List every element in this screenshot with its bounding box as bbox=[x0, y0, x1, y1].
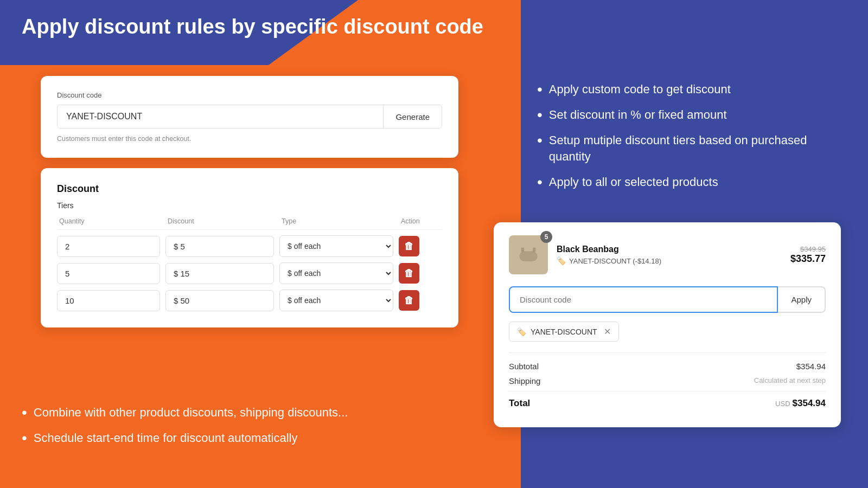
trash-icon: 🗑 bbox=[404, 268, 414, 278]
bullet-item: Combine with other product discounts, sh… bbox=[22, 404, 429, 421]
bullet-item: Schedule start-end time for discount aut… bbox=[22, 430, 429, 447]
tiers-card: Discount Tiers Quantity Discount Type Ac… bbox=[41, 168, 458, 328]
bullet-item: Setup mutiple discount tiers based on pu… bbox=[537, 132, 841, 166]
tier-delete-button-1[interactable]: 🗑 bbox=[399, 236, 419, 256]
bullet-item: Set discount in % or fixed amount bbox=[537, 107, 841, 124]
tier-quantity-2[interactable] bbox=[57, 263, 160, 284]
checkout-card: 5 Black Beanbag 🏷️ YANET-DISCOUNT (-$14.… bbox=[494, 222, 841, 427]
product-info: Black Beanbag 🏷️ YANET-DISCOUNT (-$14.18… bbox=[557, 245, 782, 265]
svg-rect-1 bbox=[521, 248, 524, 252]
trash-icon: 🗑 bbox=[404, 296, 414, 305]
col-action: Action bbox=[401, 217, 444, 225]
product-prices: $349.95 $335.77 bbox=[790, 245, 826, 265]
bullet-item: Apply custom code to get discount bbox=[537, 81, 841, 98]
shipping-row: Shipping Calculated at next step bbox=[509, 376, 826, 386]
total-value: $354.94 bbox=[793, 398, 826, 408]
shipping-label: Shipping bbox=[509, 376, 540, 386]
discount-code-input-row: Generate bbox=[57, 105, 442, 129]
tier-type-select-1[interactable]: $ off each % off each bbox=[279, 235, 393, 257]
tier-discount-1[interactable] bbox=[165, 236, 274, 257]
total-label: Total bbox=[509, 398, 530, 409]
product-row: 5 Black Beanbag 🏷️ YANET-DISCOUNT (-$14.… bbox=[509, 235, 826, 274]
product-name: Black Beanbag bbox=[557, 245, 782, 254]
product-discount-tag: 🏷️ YANET-DISCOUNT (-$14.18) bbox=[557, 256, 782, 265]
discount-code-input[interactable] bbox=[58, 105, 383, 128]
svg-rect-2 bbox=[533, 248, 535, 252]
tiers-label: Tiers bbox=[57, 201, 442, 210]
total-amount-container: USD$354.94 bbox=[775, 398, 826, 409]
trash-icon: 🗑 bbox=[404, 241, 414, 251]
checkout-input-row: Apply bbox=[509, 286, 826, 313]
col-type: Type bbox=[282, 217, 395, 225]
coupon-badge: 🏷️ YANET-DISCOUNT ✕ bbox=[509, 322, 619, 342]
coupon-code-text: YANET-DISCOUNT bbox=[531, 328, 597, 336]
discount-code-card: Discount code Generate Customers must en… bbox=[41, 76, 458, 158]
tag-icon: 🏷️ bbox=[557, 256, 566, 265]
order-summary: Subtotal $354.94 Shipping Calculated at … bbox=[509, 352, 826, 409]
generate-button[interactable]: Generate bbox=[383, 105, 442, 128]
tier-delete-button-3[interactable]: 🗑 bbox=[399, 290, 419, 311]
svg-rect-0 bbox=[519, 251, 537, 261]
bullet-item: Apply to all or selected products bbox=[537, 174, 841, 191]
subtotal-row: Subtotal $354.94 bbox=[509, 362, 826, 371]
tier-discount-3[interactable] bbox=[165, 290, 274, 311]
coupon-remove-button[interactable]: ✕ bbox=[604, 326, 611, 337]
product-image-container: 5 bbox=[509, 235, 548, 274]
bottom-bullets: Combine with other product discounts, sh… bbox=[22, 404, 429, 455]
discount-heading: Discount bbox=[57, 183, 442, 195]
checkout-discount-input[interactable] bbox=[509, 286, 778, 313]
tiers-header: Quantity Discount Type Action bbox=[57, 217, 442, 230]
discount-code-label: Discount code bbox=[57, 91, 442, 99]
coupon-tag-icon: 🏷️ bbox=[517, 328, 526, 336]
tier-quantity-3[interactable] bbox=[57, 290, 160, 311]
tier-row: $ off each % off each 🗑 bbox=[57, 262, 442, 284]
apply-button[interactable]: Apply bbox=[778, 286, 826, 313]
tier-discount-2[interactable] bbox=[165, 263, 274, 284]
discount-code-hint: Customers must enter this code at checko… bbox=[57, 135, 442, 143]
tier-row: $ off each % off each 🗑 bbox=[57, 235, 442, 257]
tier-delete-button-2[interactable]: 🗑 bbox=[399, 263, 419, 284]
subtotal-label: Subtotal bbox=[509, 362, 539, 371]
col-quantity: Quantity bbox=[59, 217, 162, 225]
total-row: Total USD$354.94 bbox=[509, 391, 826, 409]
col-discount: Discount bbox=[168, 217, 276, 225]
total-currency: USD bbox=[775, 400, 790, 408]
tier-type-select-2[interactable]: $ off each % off each bbox=[279, 262, 393, 284]
product-discount-code: YANET-DISCOUNT (-$14.18) bbox=[569, 257, 661, 265]
tier-type-select-3[interactable]: $ off each % off each bbox=[279, 290, 393, 311]
shipping-value: Calculated at next step bbox=[754, 376, 826, 386]
top-bullets: Apply custom code to get discount Set di… bbox=[537, 81, 841, 200]
page-title: Apply discount rules by specific discoun… bbox=[22, 15, 483, 38]
price-discounted: $335.77 bbox=[790, 253, 826, 264]
tier-row: $ off each % off each 🗑 bbox=[57, 290, 442, 311]
subtotal-value: $354.94 bbox=[796, 362, 826, 371]
price-original: $349.95 bbox=[790, 245, 826, 253]
tier-quantity-1[interactable] bbox=[57, 236, 160, 257]
quantity-badge: 5 bbox=[540, 231, 552, 243]
